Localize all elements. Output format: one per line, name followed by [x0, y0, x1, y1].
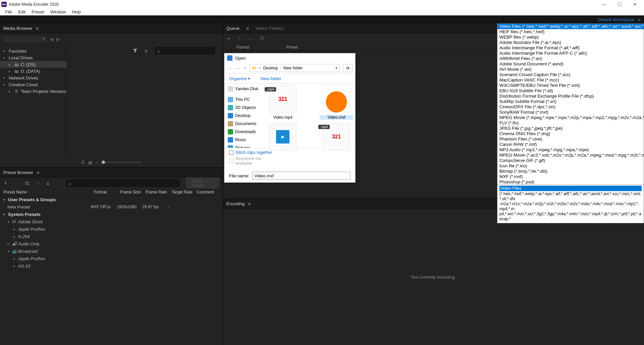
thumb-view-icon[interactable]: ▦ [88, 160, 92, 165]
filetype-option[interactable]: SubRip Subtitle Format (*.srt) [497, 99, 644, 104]
filetype-option[interactable]: MacCaption VANC File (*.mcc) [497, 77, 644, 83]
col-format[interactable]: Format [94, 190, 120, 194]
preset-audio-only[interactable]: ▸🔊Audio Only [0, 240, 223, 247]
filetype-option[interactable]: Audio Interchange File Format AIFF-C (*.… [497, 51, 644, 56]
preset-adobe-stock[interactable]: ▾StAdobe Stock [0, 218, 223, 225]
filetype-selected-label[interactable]: Video Files [499, 186, 642, 191]
dlg-new-folder[interactable]: New folder [260, 76, 281, 81]
filetype-option[interactable]: Photoshop (*.psd) [497, 179, 644, 185]
np-thispc[interactable]: This PC [224, 96, 264, 104]
filetype-option[interactable]: Adobe Sound Document (*.asnd) [497, 61, 644, 67]
nav-forward-icon[interactable]: ▶ [56, 36, 60, 42]
filetype-option[interactable]: MXF (*.mxf) [497, 174, 644, 179]
queue-add-icon[interactable]: ＋ [226, 36, 231, 42]
preset-user-group[interactable]: ▾User Presets & Groups [0, 196, 223, 203]
np-yandex[interactable]: Yandex.Disk [224, 85, 264, 93]
filetype-option[interactable]: ARRIRAW Files (*.ari) [497, 56, 644, 61]
opt-stitch[interactable]: Stitch clips together [229, 150, 351, 155]
preset-apple-prores-2[interactable]: ▸Apple ProRes [0, 255, 223, 262]
filetype-option[interactable]: Phantom Files (*.cine) [497, 136, 644, 142]
menu-window[interactable]: Window [47, 9, 69, 15]
filetype-option[interactable]: SonyRAW Format (*.mxf) [497, 110, 644, 115]
col-comment[interactable]: Comment [197, 190, 217, 194]
np-3d[interactable]: 3D Objects [224, 104, 264, 112]
queue-copy-icon[interactable]: 🗐 [260, 36, 264, 41]
dlg-forward-icon[interactable]: → [235, 65, 240, 71]
preset-h264[interactable]: ▸H.264 [0, 233, 223, 240]
tree-network-drives[interactable]: ▾Network Drives [0, 74, 67, 81]
filter-icon[interactable] [133, 48, 138, 53]
filetype-option[interactable]: MP3 Audio (*.mp3,*.mpeg,*.mpg,*.mpa,*.mp… [497, 147, 644, 153]
np-downloads[interactable]: Downloads [224, 128, 264, 136]
workspace-menu-icon[interactable]: ≡ [638, 17, 641, 22]
filetype-option[interactable]: MPEG Movie (*.ac3,*.vob,*.m2v,*.m2p,*.m2… [497, 153, 644, 158]
col-target-rate[interactable]: Target Rate [172, 190, 197, 194]
np-music[interactable]: Music [224, 136, 264, 144]
thumb-size-slider[interactable] [102, 162, 142, 163]
apply-preset-button[interactable]: Apply Preset [186, 177, 219, 189]
media-browser-search[interactable] [155, 47, 215, 54]
menu-preset[interactable]: Preset [29, 9, 47, 15]
media-browser-path-dropdown[interactable] [3, 36, 47, 43]
file-row2-2[interactable]: .mp4 [320, 123, 353, 151]
filetype-option[interactable]: MPEG Movie (*.mpeg,*.mpe,*.mpv,*.m2p,*.m… [497, 115, 644, 120]
tree-local-drives[interactable]: ▾Local Drives [0, 54, 67, 61]
tab-queue[interactable]: Queue [226, 26, 239, 31]
encoding-menu-icon[interactable]: ≡ [248, 201, 251, 207]
preset-system-group[interactable]: ▾System Presets [0, 211, 223, 218]
filetype-option[interactable]: FLV (*.flv) [497, 120, 644, 126]
filetype-option[interactable]: CompuServe GIF (*.gif) [497, 158, 644, 163]
new-group-icon[interactable]: 🗀 [25, 180, 30, 186]
preset-browser-menu-icon[interactable]: ≡ [37, 170, 39, 175]
queue-remove-icon[interactable]: — [248, 36, 253, 41]
menu-edit[interactable]: Edit [15, 9, 29, 15]
filename-input[interactable] [252, 172, 351, 180]
thumb-size-small-icon[interactable]: ○ [96, 160, 98, 165]
filetype-option[interactable]: Cinema DNG Files (*.dng) [497, 131, 644, 136]
col-frame-rate[interactable]: Frame Rate [146, 190, 172, 194]
preset-apple-prores-1[interactable]: ▸Apple ProRes [0, 225, 223, 233]
preset-broadcast[interactable]: ▾📺Broadcast [0, 247, 223, 255]
np-documents[interactable]: Documents [224, 120, 264, 128]
preset-search[interactable] [66, 179, 180, 187]
filetype-option[interactable]: Canon RAW (*.rmf) [497, 142, 644, 147]
export-preset-icon[interactable]: ⤒ [56, 180, 60, 186]
dlg-up-icon[interactable]: ↑ [244, 65, 246, 71]
np-desktop[interactable]: Desktop [224, 112, 264, 120]
filetype-option[interactable]: Cineon/DPX File (*.dpx,*.cin) [497, 104, 644, 110]
import-preset-icon[interactable]: ⤓ [46, 180, 50, 186]
col-preset-name[interactable]: Preset Name [3, 190, 27, 194]
remove-preset-icon[interactable]: — [14, 180, 19, 186]
filetype-option[interactable]: EBU N19 Subtitle File (*.stl) [497, 88, 644, 94]
tree-drive-c[interactable]: ▸🖴C: (OS) [0, 61, 67, 68]
filetype-option[interactable]: W3C/SMPTE/EBU Timed Text File (*.xml) [497, 83, 644, 88]
filetype-option[interactable]: Icon file (*.ico) [497, 163, 644, 169]
queue-menu-icon[interactable]: ≡ [246, 26, 249, 31]
filetype-option[interactable]: Audio Interchange File Format (*.aif,*.a… [497, 45, 644, 51]
dlg-filepane[interactable]: .mp4 Video.mp4 Video.mxf [264, 83, 355, 148]
nav-back-icon[interactable]: ◀ [50, 36, 54, 42]
dlg-organize[interactable]: Organize ▾ [229, 76, 250, 81]
dlg-refresh-icon[interactable]: ⟳ [343, 64, 353, 72]
filetype-option[interactable]: Adobe Illustrator File (*.ai,*.eps) [497, 40, 644, 45]
filetype-option[interactable]: AVI Movie (*.avi) [497, 67, 644, 72]
media-browser-menu-icon[interactable]: ≡ [36, 26, 39, 31]
filetype-option[interactable]: Scenarist Closed Caption File (*.scc) [497, 72, 644, 77]
visibility-icon[interactable]: ◉ [144, 48, 148, 53]
tree-drive-d[interactable]: ▸🖴D: (DATA) [0, 68, 67, 74]
minimize-button[interactable]: — [596, 0, 612, 9]
menu-help[interactable]: Help [69, 9, 84, 15]
close-button[interactable]: ✕ [627, 0, 643, 9]
filetype-option[interactable]: JPEG File (*.jpg,*.jpeg,*.jfif,*.jpe) [497, 126, 644, 131]
tree-favorites[interactable]: ▾Favorites [0, 48, 67, 54]
filetype-option[interactable]: WEBP files (*.webp) [497, 35, 644, 40]
file-video-mxf[interactable]: Video.mxf [320, 85, 353, 120]
file-row2-1[interactable] [266, 123, 300, 151]
tree-team-projects[interactable]: ▸⎘Team Projects Versions [0, 88, 67, 95]
filetype-option[interactable]: Distribution Format Exchange Profile Fil… [497, 94, 644, 99]
col-frame-size[interactable]: Frame Size [120, 190, 146, 194]
list-view-icon[interactable]: ☰ [81, 160, 85, 165]
workspace-label[interactable]: Default Workspace [598, 17, 635, 22]
tab-watch-folders[interactable]: Watch Folders [256, 26, 283, 31]
preset-settings-icon[interactable]: ⚙ [36, 180, 40, 186]
